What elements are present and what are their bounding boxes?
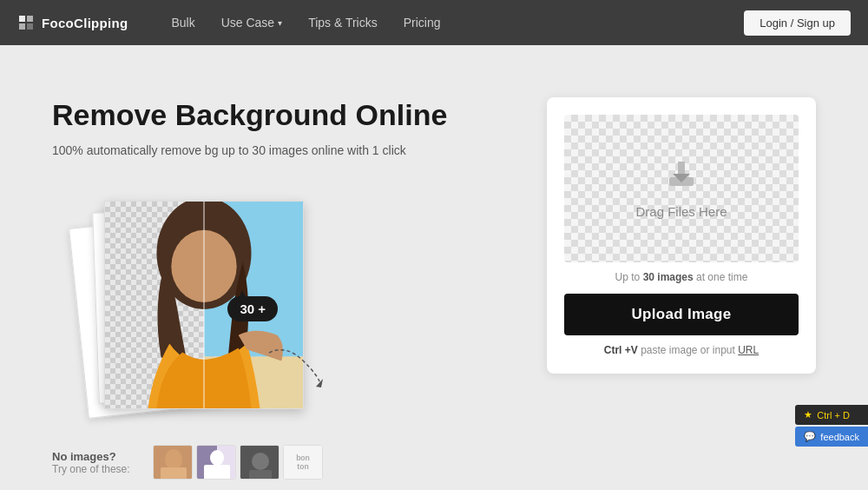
- side-buttons: ★ Ctrl + D 💬 feedback: [795, 405, 868, 447]
- left-panel: Remove Background Online 100% automatica…: [52, 89, 495, 435]
- right-panel: Drag Files Here Up to 30 images at one t…: [547, 97, 816, 374]
- svg-point-21: [252, 453, 269, 470]
- svg-text:bon: bon: [296, 454, 310, 462]
- nav-use-case[interactable]: Use Case ▾: [221, 16, 282, 30]
- svg-rect-22: [249, 470, 272, 480]
- drop-limit: Up to 30 images at one time: [564, 271, 799, 283]
- sample-thumb-2[interactable]: [196, 445, 236, 480]
- upload-button[interactable]: Upload Image: [564, 294, 799, 335]
- drag-files-label: Drag Files Here: [635, 204, 727, 219]
- logo-icon: [17, 14, 35, 31]
- chat-icon: 💬: [804, 431, 816, 442]
- nav-tips-tricks[interactable]: Tips & Tricks: [308, 16, 378, 30]
- nav-pricing[interactable]: Pricing: [404, 16, 441, 30]
- shortcut-button[interactable]: ★ Ctrl + D: [795, 405, 868, 425]
- no-images-text: No images? Try one of these:: [52, 450, 130, 475]
- download-icon: [666, 158, 697, 195]
- svg-rect-15: [161, 467, 187, 480]
- sample-images: bon ton: [153, 445, 323, 480]
- svg-rect-2: [19, 23, 25, 30]
- url-link[interactable]: URL: [738, 344, 759, 356]
- svg-text:ton: ton: [297, 462, 308, 471]
- paste-shortcut: Ctrl +V: [604, 344, 638, 356]
- hero-subtitle: 100% automatically remove bg up to 30 im…: [52, 143, 495, 157]
- login-button[interactable]: Login / Sign up: [744, 10, 851, 36]
- sample-thumb-3[interactable]: [240, 445, 279, 480]
- drop-zone[interactable]: Drag Files Here: [564, 115, 799, 262]
- nav-use-case-label: Use Case: [221, 16, 274, 30]
- dashed-arrow-icon: [260, 340, 330, 392]
- navbar: FocoClipping Bulk Use Case ▾ Tips & Tric…: [0, 0, 868, 45]
- sample-thumb-4[interactable]: bon ton: [283, 445, 323, 480]
- sample-thumb-1[interactable]: [153, 445, 193, 480]
- logo[interactable]: FocoClipping: [17, 14, 128, 31]
- cursor-icon: ▲: [234, 286, 250, 304]
- paste-hint: Ctrl +V paste image or input URL: [564, 344, 799, 356]
- bottom-bar: No images? Try one of these:: [0, 434, 868, 490]
- feedback-button[interactable]: 💬 feedback: [795, 427, 868, 447]
- main-content: Remove Background Online 100% automatica…: [0, 45, 868, 490]
- svg-rect-19: [204, 465, 230, 480]
- nav-bulk[interactable]: Bulk: [171, 16, 194, 30]
- svg-rect-0: [19, 16, 25, 22]
- demo-image-container: ▲ 30 +: [52, 192, 347, 435]
- svg-rect-11: [678, 162, 685, 175]
- svg-point-14: [165, 449, 182, 470]
- star-icon: ★: [804, 409, 812, 420]
- svg-rect-1: [27, 16, 33, 22]
- hero-title: Remove Background Online: [52, 97, 495, 133]
- logo-text: FocoClipping: [42, 16, 128, 30]
- chevron-down-icon: ▾: [278, 18, 282, 28]
- svg-rect-3: [27, 23, 33, 30]
- svg-point-18: [210, 450, 224, 466]
